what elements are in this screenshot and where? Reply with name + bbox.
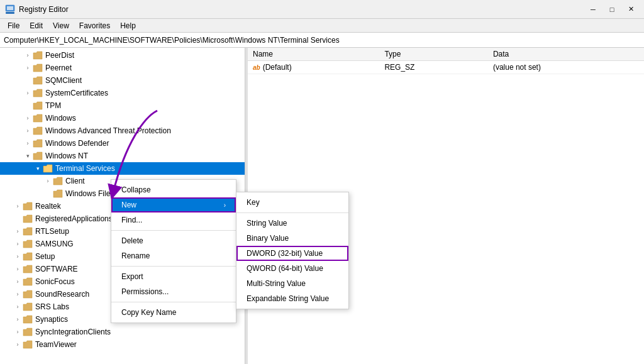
- tree-item-windowsnt[interactable]: Windows NT: [0, 150, 245, 162]
- tree-label-peerdist: PeerDist: [45, 51, 74, 60]
- ab-icon: ab: [253, 64, 260, 71]
- col-type: Type: [379, 48, 488, 61]
- context-menu-export[interactable]: Export: [111, 269, 236, 284]
- folder-icon-samsung: [23, 240, 33, 248]
- folder-icon-peerdist: [33, 51, 43, 60]
- tree-label-soundresearch: SoundResearch: [35, 290, 89, 299]
- menu-help[interactable]: Help: [115, 20, 141, 31]
- expand-windef[interactable]: [23, 138, 33, 148]
- title-bar-left: Registry Editor: [5, 4, 69, 14]
- close-button[interactable]: ✕: [623, 3, 639, 16]
- tree-item-winadv[interactable]: Windows Advanced Threat Protection: [0, 124, 245, 137]
- maximize-button[interactable]: □: [604, 3, 620, 16]
- context-menu-sep2: [111, 266, 236, 267]
- tree-item-peernet[interactable]: Peernet: [0, 62, 245, 74]
- context-menu-permissions[interactable]: Permissions...: [111, 284, 236, 299]
- folder-icon-syncintegration: [23, 328, 33, 336]
- context-menu-sep1: [111, 230, 236, 231]
- folder-icon-synaptics: [23, 315, 33, 324]
- context-menu-rename-label: Rename: [121, 251, 150, 260]
- tree-item-windows[interactable]: Windows: [0, 112, 245, 124]
- expand-winadv[interactable]: [23, 126, 33, 136]
- context-menu-new[interactable]: New ›: [111, 197, 236, 212]
- expand-srslabs[interactable]: [13, 302, 23, 312]
- tree-item-windef[interactable]: Windows Defender: [0, 137, 245, 150]
- menu-edit[interactable]: Edit: [25, 20, 48, 31]
- expand-termservices[interactable]: [33, 163, 43, 174]
- expand-peernet[interactable]: [23, 63, 33, 73]
- tree-item-peerdist[interactable]: PeerDist: [0, 49, 245, 62]
- menu-favorites[interactable]: Favorites: [74, 20, 115, 31]
- menu-view[interactable]: View: [48, 20, 74, 31]
- submenu-arrow-icon: ›: [224, 202, 226, 209]
- expand-rtlsetup[interactable]: [13, 226, 23, 236]
- folder-icon-windef: [33, 139, 43, 148]
- folder-icon-sonicfocus: [23, 277, 33, 286]
- expand-sonicfocus[interactable]: [13, 277, 23, 287]
- submenu-qword-label: QWORD (64-bit) Value: [247, 264, 323, 273]
- expand-windows[interactable]: [23, 113, 33, 123]
- submenu-dword[interactable]: DWORD (32-bit) Value: [236, 246, 348, 261]
- context-menu-rename[interactable]: Rename: [111, 248, 236, 263]
- context-menu-copykeyname[interactable]: Copy Key Name: [111, 305, 236, 320]
- submenu-qword[interactable]: QWORD (64-bit) Value: [236, 261, 348, 276]
- submenu-stringvalue[interactable]: String Value: [236, 216, 348, 231]
- tree-item-tpm[interactable]: TPM: [0, 99, 245, 112]
- tree-label-setup: Setup: [35, 252, 55, 261]
- tree-label-regapps: RegisteredApplications: [35, 214, 113, 223]
- tree-item-sqmclient[interactable]: SQMClient: [0, 74, 245, 87]
- tree-label-rtlsetup: RTLSetup: [35, 227, 69, 236]
- minimize-button[interactable]: ─: [585, 3, 601, 16]
- expand-windowsnt[interactable]: [23, 151, 33, 161]
- tree-item-teamviewer[interactable]: TeamViewer: [0, 338, 245, 351]
- tree-label-sqmclient: SQMClient: [45, 76, 82, 85]
- tree-label-windows: Windows: [45, 114, 76, 123]
- expand-software[interactable]: [13, 264, 23, 274]
- folder-icon-rtlsetup: [23, 227, 33, 236]
- entry-data: (value not set): [488, 61, 644, 74]
- tree-label-realtek: Realtek: [35, 202, 61, 211]
- expand-samsung[interactable]: [13, 239, 23, 249]
- expand-realtek[interactable]: [13, 201, 23, 211]
- tree-label-tpm: TPM: [45, 101, 61, 110]
- context-menu-permissions-label: Permissions...: [121, 287, 169, 296]
- entry-type: REG_SZ: [379, 61, 488, 74]
- svg-rect-2: [6, 12, 14, 14]
- tree-item-termservices[interactable]: Terminal Services: [0, 162, 245, 175]
- tree-label-software: SOFTWARE: [35, 265, 78, 273]
- folder-icon-teamviewer: [23, 340, 33, 349]
- folder-icon-windowsnt: [33, 152, 43, 160]
- expand-syncintegration[interactable]: [13, 327, 23, 337]
- menu-file[interactable]: File: [3, 20, 25, 31]
- expand-peerdist[interactable]: [23, 50, 33, 60]
- tree-label-client: Client: [65, 177, 85, 185]
- context-menu-find[interactable]: Find...: [111, 212, 236, 228]
- title-bar: Registry Editor ─ □ ✕: [0, 0, 644, 19]
- submenu-binaryvalue-label: Binary Value: [247, 234, 289, 243]
- tree-label-peernet: Peernet: [45, 63, 72, 72]
- expand-client[interactable]: [43, 176, 53, 186]
- submenu-binaryvalue[interactable]: Binary Value: [236, 231, 348, 246]
- expand-systemcerts[interactable]: [23, 88, 33, 98]
- submenu-key[interactable]: Key: [236, 195, 348, 210]
- submenu-expandable-label: Expandable String Value: [247, 294, 329, 303]
- col-data: Data: [488, 48, 644, 61]
- context-menu-export-label: Export: [121, 272, 143, 281]
- submenu-multistring[interactable]: Multi-String Value: [236, 276, 348, 291]
- expand-setup[interactable]: [13, 251, 23, 262]
- tree-label-srslabs: SRS Labs: [35, 302, 69, 311]
- entry-name: ab(Default): [248, 61, 379, 74]
- tree-item-syncintegration[interactable]: SyncIntegrationClients: [0, 326, 245, 338]
- expand-teamviewer[interactable]: [13, 339, 23, 350]
- tree-item-systemcerts[interactable]: SystemCertificates: [0, 87, 245, 99]
- context-menu-collapse[interactable]: Collapse: [111, 182, 236, 197]
- context-menu: Collapse New › Find... Delete Rename Exp…: [111, 179, 236, 323]
- context-menu-delete[interactable]: Delete: [111, 233, 236, 248]
- submenu-expandable[interactable]: Expandable String Value: [236, 291, 348, 306]
- table-row[interactable]: ab(Default) REG_SZ (value not set): [248, 61, 644, 74]
- submenu-sep1: [236, 212, 348, 213]
- expand-soundresearch[interactable]: [13, 289, 23, 299]
- svg-rect-1: [7, 6, 13, 10]
- expand-synaptics[interactable]: [13, 314, 23, 324]
- submenu-dword-label: DWORD (32-bit) Value: [247, 249, 323, 258]
